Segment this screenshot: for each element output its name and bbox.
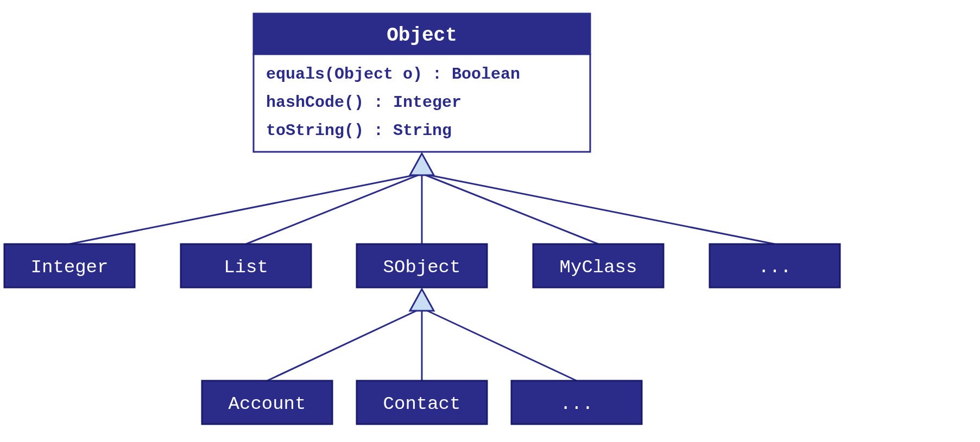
child-label: Integer xyxy=(31,257,109,278)
grandchild-box: Contact xyxy=(357,381,487,424)
child-box: Integer xyxy=(4,244,135,287)
connectors-level1 xyxy=(69,175,775,244)
grandchild-box: Account xyxy=(202,381,332,424)
connectors-level2 xyxy=(267,311,577,381)
child-label: ... xyxy=(758,257,791,278)
child-box: List xyxy=(181,244,311,287)
root-class-name: Object xyxy=(387,24,457,47)
child-label: SObject xyxy=(383,257,461,278)
child-box: ... xyxy=(710,244,840,287)
root-method: equals(Object o) : Boolean xyxy=(266,65,520,84)
root-method: toString() : String xyxy=(266,121,452,140)
grandchild-label: ... xyxy=(560,394,593,414)
inheritance-arrow-icon xyxy=(410,289,434,311)
svg-line-5 xyxy=(426,175,598,244)
grandchild-label: Contact xyxy=(383,394,461,414)
svg-line-2 xyxy=(69,175,414,244)
inheritance-arrow-icon xyxy=(410,153,434,175)
class-hierarchy-diagram: Object equals(Object o) : Boolean hashCo… xyxy=(0,0,980,442)
child-box-sobject: SObject xyxy=(357,244,487,287)
svg-line-12 xyxy=(267,311,416,381)
root-class-box: Object equals(Object o) : Boolean hashCo… xyxy=(254,14,590,152)
grandchild-box: ... xyxy=(511,381,642,424)
child-label: MyClass xyxy=(560,257,637,278)
child-label: List xyxy=(224,257,268,278)
svg-line-3 xyxy=(246,175,418,244)
grandchild-label: Account xyxy=(229,394,306,414)
root-method: hashCode() : Integer xyxy=(266,93,461,112)
svg-line-6 xyxy=(429,175,775,244)
child-box: MyClass xyxy=(533,244,663,287)
svg-line-14 xyxy=(427,311,577,381)
